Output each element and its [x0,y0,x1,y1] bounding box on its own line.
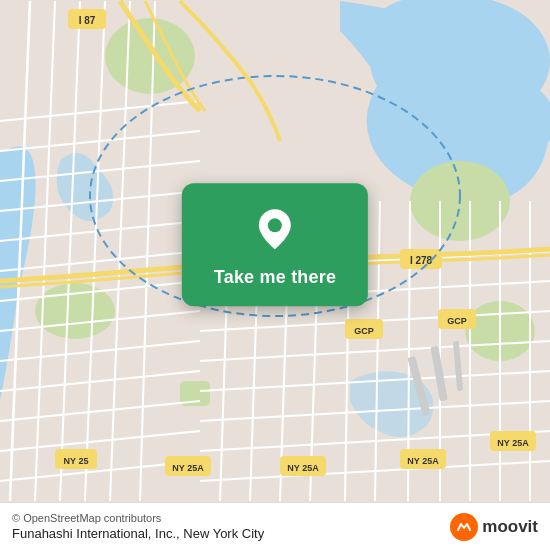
location-name: Funahashi International, Inc., New York … [12,526,264,541]
svg-point-5 [105,18,195,94]
svg-text:GCP: GCP [354,326,374,336]
map-container: I 87 I 278 I 278 NY 25 NY 25A NY 25A NY … [0,0,550,502]
svg-text:NY 25A: NY 25A [497,438,529,448]
svg-text:NY 25A: NY 25A [287,463,319,473]
button-overlay: Take me there [182,183,368,306]
svg-text:NY 25A: NY 25A [407,456,439,466]
moovit-label: moovit [482,517,538,537]
svg-text:GCP: GCP [447,316,467,326]
svg-text:NY 25: NY 25 [64,456,89,466]
svg-text:NY 25A: NY 25A [172,463,204,473]
location-icon-wrap [251,205,299,257]
moovit-logo: moovit [450,513,538,541]
moovit-icon [450,513,478,541]
svg-text:I 87: I 87 [79,15,96,26]
location-pin-icon [251,205,299,253]
attribution-text: © OpenStreetMap contributors [12,512,264,524]
app-container: I 87 I 278 I 278 NY 25 NY 25A NY 25A NY … [0,0,550,550]
map-info: © OpenStreetMap contributors Funahashi I… [12,512,264,541]
action-card: Take me there [182,183,368,306]
svg-point-71 [268,218,282,232]
take-me-there-button[interactable]: Take me there [214,267,336,288]
svg-text:I 278: I 278 [410,255,433,266]
bottom-bar: © OpenStreetMap contributors Funahashi I… [0,502,550,550]
